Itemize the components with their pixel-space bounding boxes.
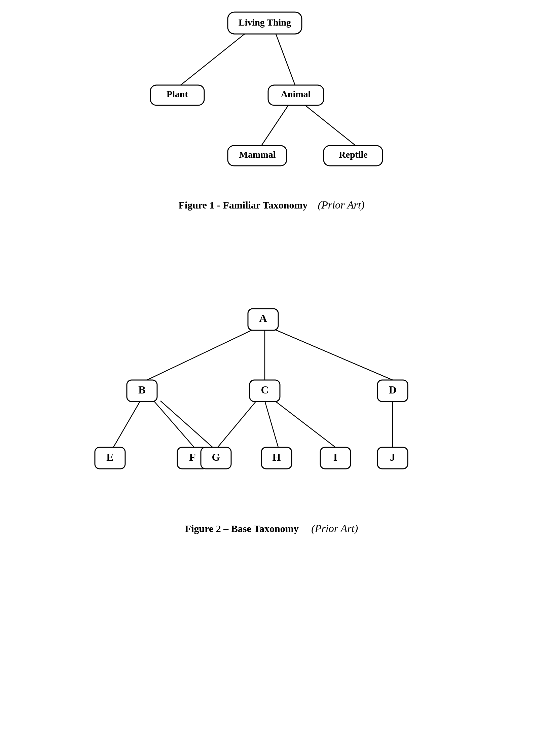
label-f: F — [189, 451, 196, 463]
figure1-caption: Figure 1 - Familiar Taxonomy (Prior Art) — [0, 199, 543, 211]
page: Living Thing Plant Animal Mammal Reptile… — [0, 0, 543, 756]
svg-line-3 — [305, 105, 356, 146]
svg-line-2 — [261, 105, 288, 146]
figure2-title: Figure 2 – Base Taxonomy — [185, 523, 299, 534]
label-animal: Animal — [281, 89, 311, 99]
label-h: H — [273, 451, 281, 463]
svg-line-8 — [154, 401, 194, 447]
figure2-caption: Figure 2 – Base Taxonomy (Prior Art) — [0, 522, 543, 535]
svg-line-7 — [113, 401, 140, 447]
figure1-title: Figure 1 - Familiar Taxonomy — [179, 199, 308, 211]
svg-line-9 — [218, 401, 256, 447]
svg-line-11 — [275, 401, 335, 447]
svg-line-13 — [160, 401, 213, 447]
label-c: C — [261, 384, 268, 396]
label-b: B — [138, 384, 145, 396]
label-j: J — [390, 451, 395, 463]
label-living-thing: Living Thing — [239, 17, 291, 28]
label-plant: Plant — [167, 89, 188, 99]
label-a: A — [259, 312, 267, 324]
label-i: I — [333, 451, 337, 463]
figure1-container: Living Thing Plant Animal Mammal Reptile… — [0, 6, 543, 215]
svg-line-0 — [181, 31, 248, 85]
figure2-subtitle: (Prior Art) — [311, 522, 358, 534]
figure2-svg: A B C D E F G H I — [70, 303, 473, 504]
figure1-subtitle: (Prior Art) — [318, 199, 364, 211]
figure2-container: A B C D E F G H I — [0, 303, 543, 538]
figure1-svg: Living Thing Plant Animal Mammal Reptile — [86, 6, 457, 181]
label-d: D — [389, 384, 396, 396]
svg-line-4 — [147, 330, 253, 380]
svg-line-1 — [275, 31, 295, 85]
label-g: G — [212, 451, 220, 463]
label-e: E — [106, 451, 113, 463]
svg-line-6 — [275, 330, 393, 380]
svg-line-10 — [265, 401, 278, 447]
label-mammal: Mammal — [239, 149, 276, 160]
label-reptile: Reptile — [339, 149, 368, 160]
